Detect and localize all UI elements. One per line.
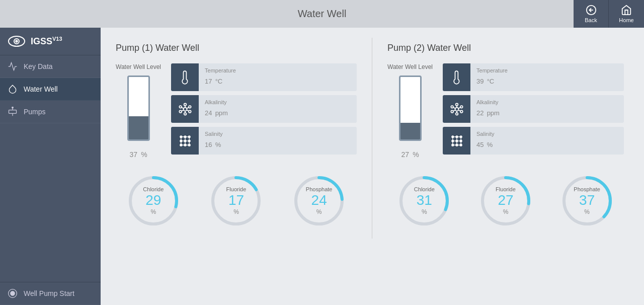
- back-label: Back: [585, 17, 597, 23]
- pump1-phosphate-unit: %: [306, 208, 333, 215]
- pump1-sal-name: Salinity: [205, 131, 222, 137]
- back-icon: [586, 5, 597, 16]
- molecule-icon: [450, 102, 464, 116]
- pump1-sensors: Temperature 17 °C Alkalinity 24 ppm: [171, 63, 357, 155]
- pump1-chloride-unit: %: [143, 208, 164, 215]
- pump2-fluoride-wrap: Fluoride 27 %: [478, 173, 533, 228]
- pump2-sal-icon: [443, 127, 470, 155]
- content: Pump (1) Water Well Water Well Level 37 …: [101, 28, 644, 305]
- pump2-chloride-unit: %: [414, 208, 435, 215]
- svg-point-15: [189, 106, 191, 108]
- svg-point-8: [12, 107, 14, 108]
- pump2-fluoride-value: 27: [498, 192, 513, 208]
- sidebar-item-well-pump-start[interactable]: Well Pump Start: [0, 282, 101, 305]
- pump2-phosphate-gauge: Phosphate 37 %: [559, 173, 615, 228]
- molecule-icon: [178, 102, 192, 116]
- pump1-fluoride-unit: %: [226, 208, 247, 215]
- pump2-fluoride-gauge: Fluoride 27 %: [478, 173, 533, 228]
- sidebar-logo-text: IGSSV13: [31, 36, 62, 47]
- pump2-chloride-label: Chloride: [414, 186, 435, 192]
- pump2-fluoride-label: Fluoride: [496, 186, 516, 192]
- pump1-fluoride-gauge: Fluoride 17 %: [208, 173, 264, 228]
- pump2-alk-data: Alkalinity 22 ppm: [470, 95, 506, 123]
- pump2-fluoride-unit: %: [496, 208, 516, 215]
- svg-point-10: [11, 291, 15, 295]
- pump1-temp-data: Temperature 17 °C: [199, 63, 242, 91]
- svg-point-4: [16, 40, 18, 42]
- svg-point-16: [179, 110, 182, 113]
- drop-icon: [8, 84, 18, 94]
- sidebar-item-label: Key Data: [24, 62, 53, 70]
- main-layout: IGSSV13 Key Data Water Well Pumps Well P…: [0, 28, 644, 305]
- pump1-gauges: Chloride 29 %: [116, 173, 357, 228]
- header-title: Water Well: [298, 8, 347, 20]
- pump1-chloride-center: Chloride 29 %: [143, 186, 164, 215]
- sidebar-spacer: [0, 123, 101, 282]
- pump2-gauges: Chloride 31 %: [387, 173, 624, 228]
- logo-icon: [8, 32, 26, 50]
- pump2-title: Pump (2) Water Well: [387, 43, 624, 53]
- sidebar-logo: IGSSV13: [0, 28, 101, 55]
- pump2-chloride-gauge: Chloride 31 %: [396, 173, 452, 228]
- pump2-sal-data: Salinity 45 %: [470, 127, 500, 155]
- pump1-sal-data: Salinity 16 %: [199, 127, 228, 155]
- header: Water Well Back Home: [0, 0, 644, 28]
- pump2-section: Pump (2) Water Well Water Well Level 27 …: [372, 38, 634, 239]
- pump1-title: Pump (1) Water Well: [116, 43, 357, 53]
- sidebar-item-label: Well Pump Start: [24, 289, 74, 297]
- pump1-sal-value: 16 %: [205, 137, 222, 150]
- sidebar-item-pumps[interactable]: Pumps: [0, 101, 101, 123]
- sidebar-item-label: Pumps: [24, 108, 46, 116]
- pump1-alk-card: Alkalinity 24 ppm: [171, 95, 357, 123]
- pump2-percent: 27 %: [401, 145, 419, 161]
- pump1-fill: [129, 116, 148, 139]
- pump1-fluoride-label: Fluoride: [226, 186, 247, 192]
- pump1-chloride-label: Chloride: [143, 186, 164, 192]
- pump1-temp-icon: [171, 63, 199, 91]
- pump2-sal-value: 45 %: [476, 137, 494, 150]
- pump2-fill: [400, 123, 420, 139]
- pump1-phosphate-wrap: Phosphate 24 %: [291, 173, 347, 228]
- pumps-grid: Pump (1) Water Well Water Well Level 37 …: [111, 38, 634, 239]
- pump2-alk-name: Alkalinity: [476, 99, 500, 105]
- pump2-sal-name: Salinity: [476, 131, 494, 137]
- pump2-chloride-center: Chloride 31 %: [414, 186, 435, 215]
- pump2-sal-card: Salinity 45 %: [443, 127, 624, 155]
- sidebar-item-key-data[interactable]: Key Data: [0, 55, 101, 78]
- pump2-alk-card: Alkalinity 22 ppm: [443, 95, 624, 123]
- pump2-temp-data: Temperature 39 °C: [470, 63, 514, 91]
- pump1-fluoride-wrap: Fluoride 17 %: [208, 173, 264, 228]
- home-button[interactable]: Home: [609, 0, 644, 28]
- svg-point-50: [451, 110, 453, 113]
- svg-point-46: [455, 103, 458, 106]
- pump1-phosphate-center: Phosphate 24 %: [306, 186, 333, 215]
- pump2-alk-icon: [443, 95, 470, 123]
- svg-point-49: [460, 106, 463, 108]
- home-label: Home: [619, 17, 633, 23]
- pump2-alk-value: 22 ppm: [476, 105, 500, 118]
- pump2-phosphate-value: 37: [579, 192, 595, 208]
- pump2-temp-card: Temperature 39 °C: [443, 63, 624, 91]
- pump1-phosphate-value: 24: [311, 192, 327, 208]
- svg-point-47: [455, 113, 458, 115]
- pump2-phosphate-center: Phosphate 37 %: [574, 186, 600, 215]
- pump2-body: Water Well Level 27 %: [387, 63, 624, 161]
- svg-point-13: [184, 113, 186, 115]
- pump2-well-level: Water Well Level 27 %: [387, 63, 433, 161]
- circle-icon: [8, 288, 18, 298]
- back-button[interactable]: Back: [574, 0, 609, 28]
- pump2-phosphate-label: Phosphate: [574, 186, 600, 192]
- pump2-chloride-wrap: Chloride 31 %: [396, 173, 452, 228]
- pump1-well-level: Water Well Level 37 %: [116, 63, 161, 161]
- pump1-chloride-value: 29: [145, 192, 161, 208]
- svg-rect-5: [9, 110, 17, 114]
- pump1-alk-data: Alkalinity 24 ppm: [199, 95, 234, 123]
- pump1-fluoride-center: Fluoride 17 %: [226, 186, 247, 215]
- svg-point-12: [184, 103, 186, 106]
- sidebar-item-water-well[interactable]: Water Well: [0, 78, 101, 101]
- svg-point-17: [189, 110, 191, 113]
- pump1-section: Pump (1) Water Well Water Well Level 37 …: [111, 38, 372, 239]
- pump2-phosphate-wrap: Phosphate 37 %: [559, 173, 615, 228]
- pump1-body: Water Well Level 37 %: [116, 63, 357, 161]
- pump2-tube: [399, 75, 422, 141]
